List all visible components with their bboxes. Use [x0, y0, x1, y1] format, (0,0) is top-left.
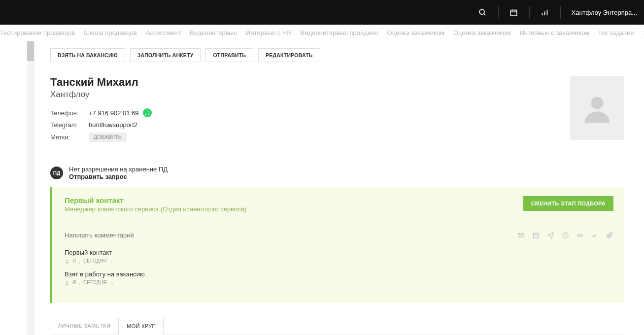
scrollbar-thumb[interactable]: [27, 41, 34, 61]
tab-notes[interactable]: ЛИЧНЫЕ ЗАМЕТКИ: [50, 318, 118, 334]
stage-tab[interactable]: Видеоинтервью: [190, 29, 237, 36]
avatar[interactable]: [570, 76, 624, 140]
telegram-label: Telegram: [50, 121, 89, 129]
comment-icons: [517, 231, 613, 239]
chevron-down-icon[interactable]: ⌄: [110, 280, 114, 285]
stage-tab[interactable]: Интервью с заказчиком: [519, 29, 589, 36]
scrollbar-track: [27, 41, 34, 335]
stage-tab[interactable]: Ассессмент: [146, 29, 181, 36]
svg-rect-2: [510, 10, 517, 15]
stage-block: Первый контакт Менеджер клиентского серв…: [50, 187, 624, 303]
phone-value: +7 916 902 01 69: [89, 109, 139, 117]
candidate-name: Танский Михаил: [50, 76, 152, 89]
stage-tab[interactable]: Тестирование продавцов: [0, 29, 75, 36]
tab-mycircle[interactable]: МОЙ КРУГ: [118, 318, 164, 335]
log-title: Взят в работу на вакансию: [65, 270, 613, 278]
comment-row: [65, 224, 613, 239]
calendar-small-icon[interactable]: [532, 231, 540, 239]
add-tag-button[interactable]: ДОБАВИТЬ: [89, 133, 127, 142]
log-date: СЕГОДНЯ: [83, 258, 107, 264]
telegram-value: huntflowsupport2: [89, 121, 137, 129]
main: ВЗЯТЬ НА ВАКАНСИЮ ЗАПОЛНИТЬ АНКЕТУ ОТПРА…: [0, 41, 644, 335]
stage-tab[interactable]: Оценка заказчиком: [453, 29, 510, 36]
log-item: Первый контакт Я, СЕГОДНЯ ⌄: [65, 249, 613, 264]
log-item: Взят в работу на вакансию Я, СЕГОДНЯ ⌄: [65, 270, 613, 285]
stage-tabs: Тестирование продавцов Школа продавцов А…: [0, 25, 644, 41]
stage-tab[interactable]: Оценка заказчиком: [387, 29, 444, 36]
topbar: Хантфлоу Энтерпра...: [0, 0, 644, 25]
pd-notice: ПД Нет разрешения на хранение ПД Отправи…: [50, 166, 644, 180]
chevron-down-icon[interactable]: ⌄: [110, 258, 114, 264]
content: ВЗЯТЬ НА ВАКАНСИЮ ЗАПОЛНИТЬ АНКЕТУ ОТПРА…: [34, 41, 644, 335]
log-author: Я: [72, 258, 76, 264]
comment-input[interactable]: [65, 232, 517, 239]
user-icon: [65, 280, 69, 285]
mail-icon[interactable]: [517, 231, 525, 239]
send-icon[interactable]: [546, 231, 554, 239]
contacts: Телефон: +7 916 902 01 69 Telegram huntf…: [50, 108, 152, 142]
separator: [529, 6, 530, 19]
action-buttons: ВЗЯТЬ НА ВАКАНСИЮ ЗАПОЛНИТЬ АНКЕТУ ОТПРА…: [50, 48, 644, 62]
stage-tab[interactable]: Школа продавцов: [84, 29, 137, 36]
clock-icon[interactable]: [561, 231, 569, 239]
stage-tab[interactable]: Интервью с HR: [246, 29, 292, 36]
tags-label: Метки:: [50, 134, 89, 141]
separator: [498, 6, 499, 19]
org-name[interactable]: Хантфлоу Энтерпра...: [572, 9, 638, 16]
calendar-icon[interactable]: [509, 8, 518, 17]
activity-log: Первый контакт Я, СЕГОДНЯ ⌄ Взят в работ…: [65, 249, 613, 285]
pd-request-link[interactable]: Отправить запрос: [69, 173, 168, 180]
svg-rect-11: [533, 233, 538, 237]
stage-subtitle: Менеджер клиентского сервиса (Отдел клие…: [65, 205, 246, 213]
log-title: Первый контакт: [65, 249, 613, 256]
log-author: Я: [72, 280, 76, 285]
stage-tab[interactable]: тех задание: [598, 29, 634, 36]
take-vacancy-button[interactable]: ВЗЯТЬ НА ВАКАНСИЮ: [50, 48, 125, 62]
candidate-header: Танский Михаил Хантфлоу Телефон: +7 916 …: [50, 76, 644, 146]
svg-point-15: [66, 281, 68, 282]
candidate-company: Хантфлоу: [50, 90, 152, 100]
attach-icon[interactable]: [606, 231, 613, 239]
check-icon[interactable]: [591, 231, 599, 239]
stats-icon[interactable]: [541, 8, 549, 17]
whatsapp-icon[interactable]: [143, 108, 152, 117]
separator: [560, 6, 561, 19]
svg-point-9: [591, 97, 604, 109]
send-button[interactable]: ОТПРАВИТЬ: [205, 48, 253, 62]
pd-text: Нет разрешения на хранение ПД: [69, 166, 168, 173]
stage-tab[interactable]: Видеоинтервью пройдено: [301, 29, 378, 36]
svg-point-0: [479, 9, 484, 14]
svg-point-14: [66, 259, 68, 261]
change-stage-button[interactable]: СМЕНИТЬ ЭТАП ПОДБОРА: [523, 196, 613, 211]
left-column: [0, 41, 34, 335]
search-icon[interactable]: [478, 8, 487, 17]
phone-label: Телефон:: [50, 109, 89, 117]
pd-badge: ПД: [50, 167, 63, 179]
handshake-icon[interactable]: [576, 231, 584, 239]
svg-line-1: [484, 13, 486, 15]
notes-tabs: ЛИЧНЫЕ ЗАМЕТКИ МОЙ КРУГ: [50, 318, 624, 335]
fill-form-button[interactable]: ЗАПОЛНИТЬ АНКЕТУ: [130, 48, 201, 62]
edit-button[interactable]: РЕДАКТИРОВАТЬ: [258, 48, 320, 62]
user-icon: [65, 259, 69, 264]
log-date: СЕГОДНЯ: [83, 280, 107, 285]
stage-title: Первый контакт: [65, 196, 246, 204]
